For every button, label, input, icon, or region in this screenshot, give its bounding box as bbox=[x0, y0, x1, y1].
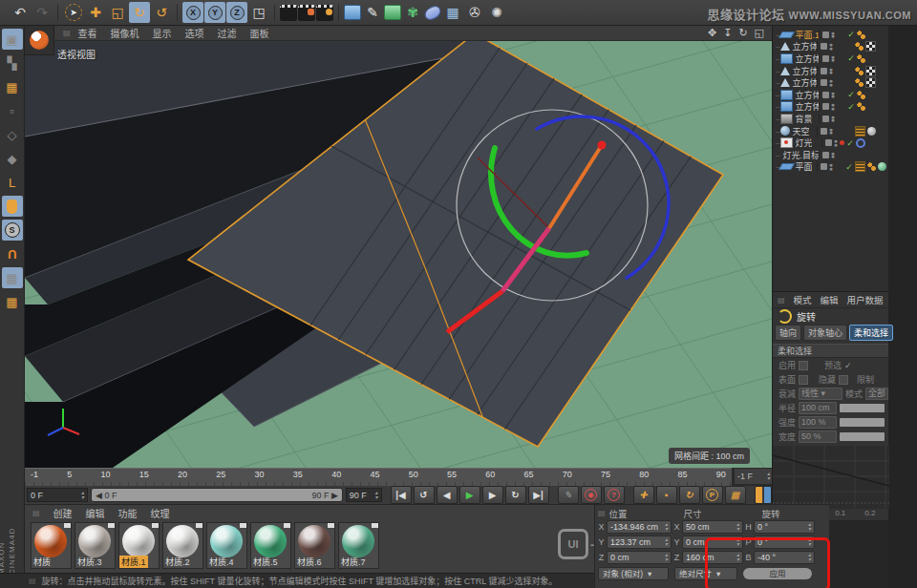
object-row[interactable]: ‒ 灯光.目标.1 ●● bbox=[773, 149, 888, 161]
object-tag-icon[interactable] bbox=[855, 78, 864, 87]
falloff-dropdown[interactable]: 线性 ▾ bbox=[799, 388, 842, 400]
visibility-dots-icon[interactable]: ●● bbox=[831, 55, 835, 62]
visibility-dots-icon[interactable]: ●● bbox=[831, 152, 835, 158]
coordinate-system-icon[interactable]: ◳ bbox=[248, 2, 269, 23]
object-name[interactable]: 立方体.2 bbox=[792, 76, 816, 89]
polygons-mode-icon[interactable]: ◆ bbox=[2, 148, 23, 169]
object-tag-icon[interactable] bbox=[878, 42, 886, 51]
current-frame-spinner[interactable]: 0 F▴▾ bbox=[27, 488, 88, 502]
section-header[interactable]: 柔和选择 bbox=[773, 344, 888, 358]
position-mode-dropdown[interactable]: 对象 (相对)▾ bbox=[598, 567, 669, 580]
material-thumbnail[interactable]: 材质.6 bbox=[294, 522, 335, 569]
material-thumbnail[interactable]: 材质.2 bbox=[162, 522, 203, 569]
visibility-dots-icon[interactable]: ●● bbox=[829, 68, 833, 74]
toggle-view-icon[interactable]: ◱ bbox=[755, 27, 764, 39]
record-keyframe-button[interactable]: ◉ bbox=[581, 486, 602, 504]
key-pla-icon[interactable]: ▦ bbox=[725, 486, 746, 504]
object-tag-icon[interactable] bbox=[878, 78, 886, 87]
object-name[interactable]: 背景 bbox=[795, 113, 812, 125]
rotate-tool-icon[interactable]: ↻ bbox=[129, 2, 150, 23]
end-frame-spinner[interactable]: 90 F▴▾ bbox=[346, 488, 382, 502]
key-scale-icon[interactable]: ▪ bbox=[656, 486, 677, 504]
undo-icon[interactable]: ↶ bbox=[10, 2, 31, 23]
object-name[interactable]: 灯光 bbox=[795, 136, 812, 149]
go-start-button[interactable]: |◀ bbox=[391, 486, 412, 504]
strength-slider[interactable] bbox=[840, 418, 885, 427]
menu-mode[interactable]: 模式 bbox=[794, 293, 812, 306]
layer-chip[interactable] bbox=[822, 103, 829, 110]
zoom-view-icon[interactable]: ↧ bbox=[723, 27, 732, 39]
visibility-dots-icon[interactable]: ●● bbox=[831, 32, 835, 38]
hidden-checkbox[interactable] bbox=[839, 375, 848, 385]
object-tag-icon[interactable] bbox=[857, 151, 865, 159]
object-name[interactable]: 平面 bbox=[795, 160, 812, 173]
separator[interactable] bbox=[274, 4, 275, 21]
object-tag-icon[interactable] bbox=[878, 127, 886, 136]
material-thumbnail[interactable]: 材质.1 bbox=[118, 522, 160, 569]
object-tag-icon[interactable] bbox=[855, 42, 864, 51]
play-button[interactable]: ▶ bbox=[459, 486, 480, 504]
lock-x-axis-icon[interactable]: X bbox=[182, 2, 203, 23]
object-tag-icon[interactable] bbox=[865, 77, 876, 88]
object-row[interactable]: ‒ 天空 ●● bbox=[773, 125, 888, 137]
visibility-dots-icon[interactable]: ●● bbox=[831, 92, 835, 98]
panel-handle-icon[interactable]: ▤ bbox=[63, 29, 71, 37]
spinner-icon[interactable]: ▴▾ bbox=[736, 522, 739, 532]
layer-chip[interactable] bbox=[821, 43, 827, 50]
object-name[interactable]: 立方体.3 bbox=[792, 65, 816, 77]
object-tag-icon[interactable] bbox=[878, 67, 886, 75]
model-mode-icon[interactable]: ▚ bbox=[2, 52, 23, 74]
enable-checkbox[interactable] bbox=[799, 361, 808, 370]
lock-y-axis-icon[interactable]: Y bbox=[204, 2, 225, 23]
viewport-tool-tile[interactable] bbox=[25, 26, 54, 55]
layer-chip[interactable] bbox=[821, 79, 827, 86]
separator[interactable] bbox=[57, 4, 58, 21]
panel-handle-icon[interactable]: ▤ bbox=[778, 296, 785, 304]
go-end-button[interactable]: ▶| bbox=[528, 486, 549, 504]
last-tool-icon[interactable]: ↺ bbox=[151, 2, 172, 23]
object-tag-icon[interactable] bbox=[867, 54, 876, 63]
object-name[interactable]: 灯光.目标.1 bbox=[782, 149, 818, 161]
object-tag-icon[interactable] bbox=[878, 91, 886, 99]
material-thumbnail[interactable]: 材质.4 bbox=[206, 522, 247, 569]
position-field[interactable]: 123.37 cm▴▾ bbox=[607, 536, 672, 549]
visibility-dots-icon[interactable]: ●● bbox=[829, 163, 833, 170]
mode-dropdown[interactable]: 全部 bbox=[865, 388, 888, 400]
object-tag-icon[interactable] bbox=[857, 54, 865, 63]
object-row[interactable]: ‒ 立方体 ●● ✓ bbox=[773, 101, 888, 114]
lock-z-axis-icon[interactable]: Z bbox=[226, 2, 247, 23]
material-thumbnail[interactable]: 材质 bbox=[31, 522, 72, 569]
object-tag-icon[interactable] bbox=[867, 127, 876, 136]
live-selection-icon[interactable]: ➤ bbox=[63, 2, 84, 23]
object-tag-icon[interactable] bbox=[878, 102, 886, 111]
generator-icon[interactable] bbox=[384, 5, 401, 20]
object-tag-icon[interactable] bbox=[867, 138, 876, 147]
object-row[interactable]: ‒ 立方体.1 ●● ✓ bbox=[773, 89, 888, 101]
enabled-check-icon[interactable]: ✓ bbox=[846, 138, 854, 148]
panel-handle-icon[interactable]: ▤ bbox=[598, 509, 606, 517]
object-tag-icon[interactable] bbox=[855, 126, 865, 136]
viewport-solo-icon[interactable] bbox=[2, 196, 23, 217]
layer-chip[interactable] bbox=[822, 92, 829, 98]
scrub-right-icon[interactable]: ▶ bbox=[331, 491, 338, 500]
menu-function[interactable]: 功能 bbox=[118, 506, 138, 520]
menu-options[interactable]: 选项 bbox=[185, 26, 204, 40]
menu-filter[interactable]: 过滤 bbox=[218, 26, 237, 40]
deformer-icon[interactable]: ✾ bbox=[402, 2, 423, 23]
timeline-ruler[interactable]: -151015202530354045505560657075808590 bbox=[25, 468, 732, 486]
object-name[interactable]: 平面.1 bbox=[795, 29, 818, 41]
object-name[interactable]: 立方体.5 bbox=[792, 40, 816, 52]
spinner-icon[interactable]: ▴▾ bbox=[665, 522, 668, 532]
object-tag-icon[interactable] bbox=[867, 115, 876, 123]
menu-texture[interactable]: 纹理 bbox=[151, 506, 170, 520]
viewport-3d[interactable] bbox=[25, 41, 772, 468]
render-to-picture-icon[interactable] bbox=[298, 5, 315, 21]
redo-icon[interactable]: ↷ bbox=[32, 2, 53, 23]
light-icon[interactable]: ✺ bbox=[486, 2, 507, 23]
material-thumbnail[interactable]: 材质.7 bbox=[338, 522, 379, 569]
object-row[interactable]: ‒ 立方体.3 ●● bbox=[773, 65, 888, 77]
workplane-icon[interactable]: ▦ bbox=[2, 291, 23, 312]
object-tag-icon[interactable] bbox=[855, 161, 865, 172]
visibility-dots-icon[interactable]: ●● bbox=[829, 43, 833, 50]
panel-handle-icon[interactable]: ▤ bbox=[32, 509, 40, 517]
